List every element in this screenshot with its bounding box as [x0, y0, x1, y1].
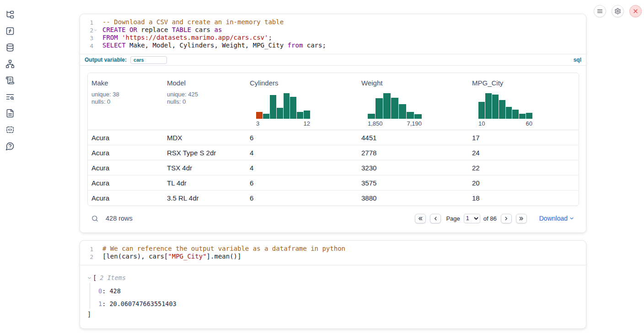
- table-cell: Acura: [88, 179, 163, 187]
- list-item: 1: 20.060747663551403: [98, 299, 579, 309]
- table-cell: 4: [246, 164, 358, 172]
- table-cell: 3880: [358, 194, 468, 202]
- histogram-bar: [383, 93, 391, 119]
- sidebar-item-outline[interactable]: [5, 92, 15, 101]
- column-header-cylinders: Cylinders312: [246, 79, 358, 130]
- first-page-button[interactable]: [415, 214, 426, 223]
- dependency-graph-icon: [5, 59, 15, 69]
- code-line: 2CREATE OR replace TABLE cars as: [80, 26, 586, 34]
- output-variable-input[interactable]: [130, 56, 167, 64]
- column-histogram: [368, 93, 422, 119]
- column-name[interactable]: Model: [167, 79, 246, 87]
- axis-min-label: 3: [256, 120, 259, 127]
- column-name[interactable]: Weight: [361, 79, 468, 87]
- table-cell: Acura: [88, 134, 163, 142]
- row-count: 428 rows: [106, 215, 133, 222]
- histogram-bar: [399, 104, 406, 119]
- table-cell: TL 4dr: [163, 179, 246, 187]
- code-line: 1-- Download a CSV and create an in-memo…: [80, 18, 586, 26]
- column-name[interactable]: Cylinders: [250, 79, 358, 87]
- histogram-axis-labels: 1060: [478, 120, 532, 130]
- sql-cell: 1-- Download a CSV and create an in-memo…: [80, 14, 586, 233]
- fold-gutter: [93, 42, 98, 49]
- search-icon[interactable]: [91, 215, 99, 222]
- table-cell: 2778: [358, 149, 468, 157]
- file-tree-icon: [5, 10, 15, 19]
- histogram-bar: [297, 112, 303, 119]
- sidebar-item-dependencies[interactable]: [5, 59, 15, 69]
- last-page-button[interactable]: [516, 214, 527, 223]
- axis-max-label: 60: [526, 120, 532, 127]
- language-badge: sql: [574, 57, 581, 63]
- line-number: 2: [80, 26, 93, 34]
- table-cell: 3230: [358, 164, 468, 172]
- column-header-model: Modelunique: 425nulls: 0: [163, 79, 246, 130]
- sidebar-item-datasources[interactable]: [5, 43, 15, 52]
- column-name[interactable]: MPG_City: [472, 79, 579, 87]
- sidebar-item-help[interactable]: [5, 142, 15, 151]
- chevron-down-icon: [569, 215, 574, 222]
- sidebar-item-logs[interactable]: [5, 76, 15, 85]
- code-line: 2[len(cars), cars["MPG_City"].mean()]: [80, 253, 586, 260]
- list-entries: 0: 4281: 20.060747663551403: [90, 283, 579, 309]
- help-bubble-icon: [5, 142, 15, 151]
- table-footer: 428 rows Page 1 of 86 Download: [87, 211, 578, 225]
- code-text: [len(cars), cars["MPG_City"].mean()]: [98, 253, 241, 260]
- unique-count: unique: 425: [167, 91, 246, 98]
- sidebar-item-file-tree[interactable]: [5, 10, 15, 19]
- histogram-bar: [391, 98, 398, 119]
- histogram-bar: [277, 108, 283, 119]
- histogram-bar: [526, 113, 532, 119]
- collapse-chevron-icon[interactable]: [87, 276, 91, 280]
- line-number: 4: [80, 42, 93, 49]
- table-cell: 3.5 RL 4dr: [163, 194, 246, 202]
- line-number: 3: [80, 34, 93, 42]
- table-cell: 18: [468, 194, 579, 202]
- column-header-mpg_city: MPG_City1060: [468, 79, 579, 130]
- fold-gutter: [93, 245, 98, 253]
- table-cell: 3575: [358, 179, 468, 187]
- fold-chevron-icon[interactable]: [93, 26, 98, 34]
- python-cell: 1# We can reference the output variable …: [80, 240, 586, 329]
- download-button[interactable]: Download: [539, 215, 574, 222]
- histogram-bar: [304, 111, 310, 119]
- histogram-bar: [492, 95, 499, 119]
- table-cell: 20: [468, 179, 579, 187]
- sidebar-item-snippets[interactable]: [5, 125, 15, 134]
- histogram-bar: [519, 114, 526, 119]
- histogram-bar: [414, 114, 422, 119]
- line-number: 2: [80, 253, 93, 260]
- column-name[interactable]: Make: [91, 79, 163, 87]
- sql-code-editor[interactable]: 1-- Download a CSV and create an in-memo…: [80, 14, 586, 54]
- file-text-icon: [5, 109, 15, 118]
- prev-page-button[interactable]: [430, 214, 441, 223]
- histogram-axis-labels: 1,8507,190: [368, 120, 422, 130]
- sidebar-item-documentation[interactable]: [5, 109, 15, 118]
- histogram-bar: [368, 114, 375, 119]
- table-cell: 6: [246, 194, 358, 202]
- menu-button[interactable]: [594, 5, 606, 17]
- code-text: -- Download a CSV and create an in-memor…: [98, 18, 284, 26]
- histogram-axis-labels: 312: [256, 120, 310, 130]
- settings-button[interactable]: [612, 5, 624, 17]
- histogram-bar: [256, 112, 263, 119]
- histogram-bar: [499, 100, 505, 119]
- code-line: 3FROM 'https://datasets.marimo.app/cars.…: [80, 34, 586, 42]
- sidebar-item-function[interactable]: [5, 26, 15, 36]
- histogram-bar: [485, 93, 492, 119]
- python-code-editor[interactable]: 1# We can reference the output variable …: [80, 241, 586, 265]
- axis-min-label: 10: [478, 120, 485, 127]
- page-total-label: of 86: [483, 215, 497, 222]
- sql-meta-row: Output variable: sql: [80, 54, 586, 65]
- download-label: Download: [539, 215, 568, 222]
- table-row: AcuraMDX6445117: [88, 130, 579, 145]
- histogram-bar: [290, 97, 296, 119]
- page-select[interactable]: 1: [464, 214, 480, 223]
- null-count: nulls: 0: [91, 98, 163, 106]
- close-icon: [632, 8, 639, 15]
- table-row: AcuraTL 4dr6357520: [88, 175, 579, 190]
- shutdown-button[interactable]: [629, 5, 642, 17]
- next-page-button[interactable]: [501, 214, 512, 223]
- histogram-bar: [270, 95, 276, 119]
- gear-icon: [614, 8, 621, 15]
